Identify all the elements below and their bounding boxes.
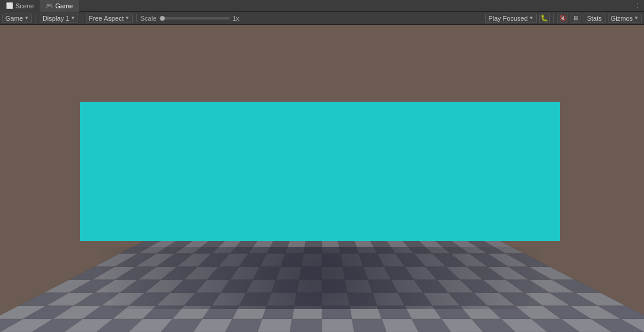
separator-4 [553,14,554,22]
toolbar-right: Play Focused ▼ 🐛 🔇 ⊞ Stats Gizmos ▼ [485,14,642,23]
separator-2 [82,14,82,22]
tab-scene[interactable]: ⬜ Scene [0,0,40,12]
tab-bar: ⬜ Scene 🎮 Game ⋮ [0,0,644,12]
scale-slider-thumb [160,16,165,21]
gizmos-dropdown[interactable]: Gizmos ▼ [608,14,642,23]
game-dropdown[interactable]: Game ▼ [2,14,32,23]
tab-overflow-button[interactable]: ⋮ [634,2,644,9]
game-dropdown-arrow: ▼ [24,15,29,21]
aspect-dropdown-label: Free Aspect [89,15,124,22]
scale-label: Scale [140,15,157,22]
display-dropdown[interactable]: Display 1 ▼ [40,14,78,23]
bug-button[interactable]: 🐛 [539,14,550,23]
scale-slider[interactable] [159,17,230,20]
aspect-dropdown-arrow: ▼ [125,15,130,21]
bug-icon: 🐛 [540,14,549,22]
tab-scene-label: Scene [15,2,34,9]
gizmos-label: Gizmos [611,15,633,22]
display-dropdown-label: Display 1 [43,15,69,22]
mute-icon: 🔇 [559,15,566,21]
tab-game[interactable]: 🎮 Game [40,0,79,12]
scene-icon: ⬜ [6,2,13,9]
game-icon: 🎮 [46,2,53,9]
display-dropdown-arrow: ▼ [71,15,75,21]
play-focused-arrow: ▼ [529,15,534,21]
stats-label: Stats [587,15,602,22]
separator-3 [136,14,137,22]
teal-plane [80,102,560,241]
overflow-icon: ⋮ [634,2,640,9]
mute-button[interactable]: 🔇 [558,14,568,23]
grid-icon: ⊞ [573,15,578,21]
gizmos-arrow: ▼ [634,15,639,21]
scale-value: 1x [232,15,239,22]
game-viewport [0,25,644,332]
tab-game-label: Game [55,2,73,9]
stats-button[interactable]: Stats [584,14,605,23]
grid-button[interactable]: ⊞ [571,14,581,23]
aspect-dropdown[interactable]: Free Aspect ▼ [86,14,133,23]
scale-section: Scale 1x [140,15,239,22]
toolbar: Game ▼ Display 1 ▼ Free Aspect ▼ Scale 1… [0,12,644,25]
play-focused-label: Play Focused [488,15,528,22]
play-focused-dropdown[interactable]: Play Focused ▼ [485,14,537,23]
game-dropdown-label: Game [5,15,23,22]
separator-1 [36,14,36,22]
